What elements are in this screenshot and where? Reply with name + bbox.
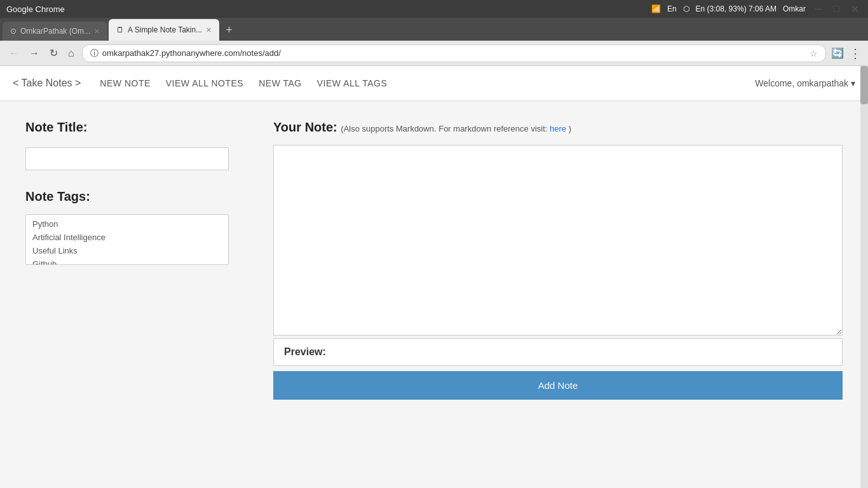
minimize-button[interactable]: ─	[812, 1, 824, 17]
chrome-menu-icon[interactable]: ⋮	[849, 46, 862, 61]
maximize-button[interactable]: □	[831, 1, 842, 17]
reload-button[interactable]: ↻	[47, 44, 60, 62]
forward-button[interactable]: →	[27, 45, 42, 62]
nav-view-all-tags[interactable]: VIEW ALL TAGS	[317, 78, 388, 88]
welcome-text: Welcome, omkarpathak	[755, 78, 848, 88]
os-bar-right: 📶 En ⬡ En (3:08, 93%) 7:06 AM Omkar ─ □ …	[651, 1, 862, 18]
tab-simplenote-close[interactable]: ✕	[206, 26, 212, 34]
markdown-reference-link[interactable]: here	[550, 124, 566, 133]
home-button[interactable]: ⌂	[65, 45, 77, 62]
wifi-icon: 📶	[651, 4, 661, 13]
subtitle-text: (Also supports Markdown. For markdown re…	[341, 124, 547, 133]
new-tab-button[interactable]: +	[220, 21, 238, 39]
tag-python[interactable]: Python	[29, 217, 226, 231]
close-button[interactable]: ✕	[848, 1, 862, 18]
app-navbar: < Take Notes > NEW NOTE VIEW ALL NOTES N…	[0, 66, 868, 101]
your-note-header: Your Note: (Also supports Markdown. For …	[273, 120, 843, 135]
security-icon: ⓘ	[90, 48, 98, 59]
tab-simplenote-label: A Simple Note Takin...	[128, 25, 202, 34]
tab-bar: ⊙ OmkarPathak (Om... ✕ 🗒 A Simple Note T…	[0, 18, 868, 41]
note-tags-select[interactable]: Python Artificial Intelligence Useful Li…	[25, 214, 229, 265]
note-textarea[interactable]	[273, 145, 843, 336]
back-button[interactable]: ←	[6, 45, 22, 62]
simplenote-tab-icon: 🗒	[116, 25, 124, 34]
language-indicator: En	[667, 4, 677, 13]
tab-github-close[interactable]: ✕	[94, 27, 100, 36]
main-content: Note Title: Note Tags: Python Artificial…	[0, 101, 868, 488]
google-refresh-icon[interactable]: 🔄	[831, 47, 844, 59]
bluetooth-icon: ⬡	[683, 4, 689, 13]
nav-new-tag[interactable]: NEW TAG	[259, 78, 302, 88]
tag-useful-links[interactable]: Useful Links	[29, 244, 226, 257]
scrollbar[interactable]	[860, 66, 868, 488]
os-title: Google Chrome	[6, 4, 65, 14]
add-note-button[interactable]: Add Note	[273, 371, 843, 400]
nav-new-note[interactable]: NEW NOTE	[100, 78, 150, 88]
address-bar: ← → ↻ ⌂ ⓘ omkarpathak27.pythonanywhere.c…	[0, 41, 868, 66]
bookmark-star-icon[interactable]: ☆	[810, 48, 818, 58]
tab-github-label: OmkarPathak (Om...	[20, 27, 90, 36]
scrollbar-thumb[interactable]	[860, 66, 868, 104]
url-text: omkarpathak27.pythonanywhere.com/notes/a…	[102, 48, 806, 58]
welcome-user[interactable]: Welcome, omkarpathak ▾	[755, 78, 855, 88]
note-title-label: Note Title:	[25, 120, 248, 135]
battery-time-info: En (3:08, 93%) 7:06 AM	[696, 4, 776, 13]
your-note-subtitle: (Also supports Markdown. For markdown re…	[341, 124, 571, 133]
subtitle-close-paren: )	[569, 124, 571, 133]
form-container: Note Title: Note Tags: Python Artificial…	[25, 120, 843, 400]
note-title-input[interactable]	[25, 147, 229, 170]
tab-github[interactable]: ⊙ OmkarPathak (Om... ✕	[3, 22, 107, 41]
app-brand[interactable]: < Take Notes >	[13, 78, 81, 89]
left-panel: Note Title: Note Tags: Python Artificial…	[25, 120, 248, 400]
preview-label: Preview:	[284, 346, 326, 357]
note-tags-label: Note Tags:	[25, 189, 248, 204]
tab-simplenote[interactable]: 🗒 A Simple Note Takin... ✕	[109, 19, 219, 41]
nav-view-all-notes[interactable]: VIEW ALL NOTES	[166, 78, 243, 88]
tag-github[interactable]: Github	[29, 257, 226, 265]
user-label: Omkar	[783, 4, 806, 13]
os-title-bar: Google Chrome 📶 En ⬡ En (3:08, 93%) 7:06…	[0, 0, 868, 18]
github-tab-icon: ⊙	[10, 27, 17, 36]
user-dropdown-icon[interactable]: ▾	[851, 78, 855, 88]
tag-ai[interactable]: Artificial Intelligence	[29, 231, 226, 244]
app-nav-links: NEW NOTE VIEW ALL NOTES NEW TAG VIEW ALL…	[100, 78, 755, 88]
preview-section: Preview:	[273, 338, 843, 366]
your-note-label: Your Note:	[273, 120, 337, 134]
right-panel: Your Note: (Also supports Markdown. For …	[273, 120, 843, 400]
os-bar-left: Google Chrome	[6, 4, 65, 14]
url-bar[interactable]: ⓘ omkarpathak27.pythonanywhere.com/notes…	[82, 44, 826, 62]
